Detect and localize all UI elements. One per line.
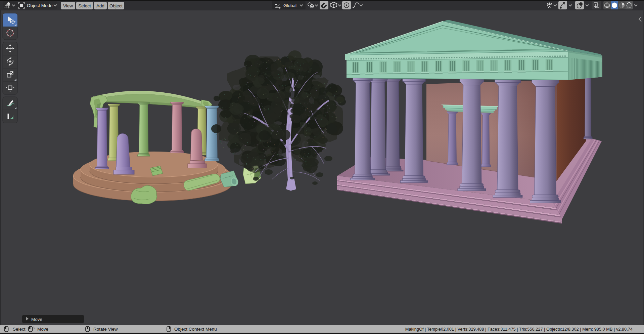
svg-text:Select: Select: [13, 327, 26, 332]
svg-text:MakingOf | Temple02.001 | Vert: MakingOf | Temple02.001 | Verts:329,488 …: [405, 327, 633, 332]
svg-text:Select: Select: [78, 3, 91, 8]
svg-text:Object Mode: Object Mode: [27, 3, 53, 8]
svg-text:Rotate View: Rotate View: [93, 327, 118, 332]
svg-text:Global: Global: [283, 3, 296, 8]
svg-text:Move: Move: [37, 327, 48, 332]
svg-text:Move: Move: [31, 317, 42, 322]
svg-text:View: View: [63, 3, 73, 8]
svg-text:Add: Add: [96, 3, 104, 8]
svg-text:Object Context Menu: Object Context Menu: [174, 327, 217, 332]
svg-text:Object: Object: [109, 3, 123, 8]
